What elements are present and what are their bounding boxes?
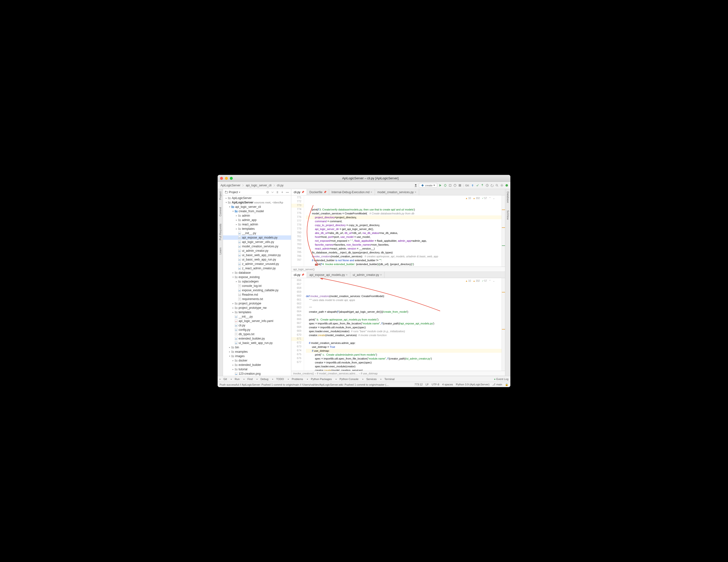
editor-warnings-top[interactable]: ▲10 ▲202 ✓57 ⌃⌄ <box>465 196 495 200</box>
tree-item[interactable]: ▸ bin <box>223 345 291 350</box>
tree-item[interactable]: ▸ examples <box>223 350 291 354</box>
tree-item[interactable]: 123-creation.png <box>223 371 291 376</box>
tree-item[interactable]: db_types.txt <box>223 332 291 336</box>
tree-item[interactable]: ▾ ApiLogicServer sources root, ~/dev/Ap <box>223 200 291 205</box>
git-history-icon[interactable] <box>485 184 489 187</box>
tree-item[interactable]: py model_creation_services.py <box>223 244 291 249</box>
sidebar-header[interactable]: Project ▾ — <box>223 189 291 195</box>
project-tree[interactable]: ▸ ApiLogicServer ▾ ApiLogicServer source… <box>223 195 291 376</box>
bottom-tab[interactable]: ▪Find <box>243 378 253 381</box>
bottom-tab[interactable]: ▪Python Packages <box>307 378 332 381</box>
editor-tab[interactable]: Internal-Debug-Execution.md× <box>329 189 375 195</box>
bottom-tab[interactable]: ▪Git <box>220 378 227 381</box>
code-top[interactable]: ▲10 ▲202 ✓57 ⌃⌄ print(f'3. Create/verify… <box>304 195 502 267</box>
rail-database[interactable]: Database <box>506 191 509 203</box>
gear-icon[interactable] <box>281 191 284 194</box>
tree-item[interactable]: py ui_basic_web_app_run.py <box>223 341 291 345</box>
status-indent[interactable]: 4 spaces <box>442 383 453 386</box>
tree-item[interactable]: yml api_logic_server_info.yaml <box>223 319 291 323</box>
tree-item[interactable]: ▸ admin <box>223 213 291 218</box>
bottom-tab[interactable]: ▪Problems <box>288 378 303 381</box>
git-push-icon[interactable] <box>481 184 484 187</box>
rail-learn[interactable]: Learn <box>219 248 222 254</box>
git-update-icon[interactable] <box>471 184 474 187</box>
tree-item[interactable]: ▸ docker <box>223 358 291 363</box>
status-encoding[interactable]: UTF-8 <box>432 383 439 386</box>
search-icon[interactable] <box>495 184 499 187</box>
debug-icon[interactable] <box>444 184 447 187</box>
breadcrumb-item[interactable]: cli.py <box>276 183 284 188</box>
tree-item[interactable]: ▸ sqlacodegen <box>223 279 291 284</box>
tree-item[interactable]: ▸ ApiLogicServer <box>223 196 291 200</box>
editor-tab[interactable]: cli.py📌 <box>291 189 307 195</box>
code-bottom[interactable]: ▲10 ▲202 ✓57 ⌃⌄ def invoke_creators(mode… <box>304 278 502 371</box>
event-log[interactable]: ● Event Log <box>494 378 508 381</box>
tree-item[interactable]: ▸ templates <box>223 227 291 231</box>
status-line-ending[interactable]: LF <box>425 383 429 386</box>
minimap-bottom[interactable] <box>502 278 505 371</box>
editor-breadcrumb-top[interactable]: api_logic_server() <box>291 267 505 272</box>
editor-tab[interactable]: model_creation_services.py× <box>375 189 419 195</box>
bottom-tab[interactable]: ▪TODO <box>272 378 284 381</box>
tree-item[interactable]: py api_expose_api_models.py <box>223 235 291 240</box>
tree-item[interactable]: ▾ expose_existing <box>223 275 291 279</box>
settings-icon[interactable] <box>500 184 504 187</box>
stop-icon[interactable] <box>458 184 462 187</box>
tree-item[interactable]: md Readme.md <box>223 292 291 297</box>
tree-item[interactable]: py __init__.py <box>223 231 291 235</box>
editor-tab[interactable]: Dockerfile📌 <box>307 189 329 195</box>
git-rollback-icon[interactable] <box>490 184 494 187</box>
tree-item[interactable]: ▾ create_from_model <box>223 209 291 213</box>
tree-item[interactable]: requirements.txt <box>223 297 291 301</box>
tree-item[interactable]: py z_admin_creator_unused.py <box>223 262 291 266</box>
tree-item[interactable]: py __init__.py <box>223 314 291 319</box>
editor-tab[interactable]: api_expose_api_models.py× <box>307 272 350 278</box>
tree-item[interactable]: py api_logic_server_utils.py <box>223 240 291 244</box>
tree-item[interactable]: ▾ images <box>223 354 291 358</box>
tree-item[interactable]: py config.py <box>223 328 291 332</box>
coverage-icon[interactable] <box>448 184 452 187</box>
tree-item[interactable]: console_log.txt <box>223 284 291 288</box>
bottom-tab[interactable]: ▪Run <box>231 378 240 381</box>
breadcrumb-item[interactable]: api_logic_server_cli <box>245 183 272 188</box>
tree-item[interactable]: ▸ tutorial <box>223 367 291 371</box>
profiler-icon[interactable] <box>453 184 457 187</box>
tree-item[interactable]: py ui_basic_web_app_run.py <box>223 257 291 262</box>
bottom-tab[interactable]: ▪Terminal <box>381 378 395 381</box>
tree-item[interactable]: ▸ react_admin <box>223 222 291 227</box>
tree-item[interactable]: ▸ database <box>223 271 291 275</box>
user-icon[interactable] <box>414 184 417 187</box>
rail-pull-requests[interactable]: Pull Requests <box>219 224 222 240</box>
gutter-bottom[interactable]: 6566576586596606616626636646656666676686… <box>291 278 304 371</box>
tree-item[interactable]: ▸ templates <box>223 310 291 314</box>
bottom-tab[interactable]: ▪Python Console <box>336 378 359 381</box>
maximize-window-button[interactable] <box>230 177 233 180</box>
git-commit-icon[interactable] <box>476 184 479 187</box>
editor-warnings-bottom[interactable]: ▲10 ▲202 ✓57 ⌃⌄ <box>465 279 495 283</box>
rail-project[interactable]: Project <box>219 191 222 200</box>
tree-item[interactable]: py extended_builder.py <box>223 336 291 341</box>
lock-icon[interactable]: 🔒 <box>505 383 508 386</box>
status-position[interactable]: 773:12 <box>415 383 423 386</box>
close-window-button[interactable] <box>220 177 223 180</box>
minimap-top[interactable] <box>502 195 505 267</box>
tree-item[interactable]: py cli.py <box>223 323 291 328</box>
breadcrumb[interactable]: ApiLogicServer api_logic_server_cli cli.… <box>220 183 284 188</box>
editor-tab[interactable]: ui_admin_creator.py× <box>350 272 384 278</box>
gutter-top[interactable]: 7717727737747757767777787797807817827837… <box>291 195 304 267</box>
tree-item[interactable]: ▸ extended_builder <box>223 363 291 367</box>
tree-item[interactable]: ▸ project_prototype <box>223 301 291 306</box>
expand-all-icon[interactable] <box>271 191 274 194</box>
breadcrumb-item[interactable]: ApiLogicServer <box>220 183 241 188</box>
hide-icon[interactable]: — <box>286 191 289 194</box>
status-python[interactable]: Python 3.9 (ApiLogicServer) <box>456 383 490 386</box>
plugin-icon[interactable] <box>505 184 508 187</box>
minimize-window-button[interactable] <box>225 177 228 180</box>
rail-commit[interactable]: Commit <box>219 207 222 216</box>
tree-item[interactable]: ▸ project_prototype_nw <box>223 306 291 310</box>
tree-item[interactable]: ▸ admin_app <box>223 218 291 222</box>
editor-tab[interactable]: cli.py📌 <box>291 272 307 278</box>
run-config-selector[interactable]: create ▾ <box>419 183 437 188</box>
status-branch[interactable]: ⎇ main <box>492 383 502 386</box>
tree-item[interactable]: py ui_admin_creator.py <box>223 249 291 253</box>
